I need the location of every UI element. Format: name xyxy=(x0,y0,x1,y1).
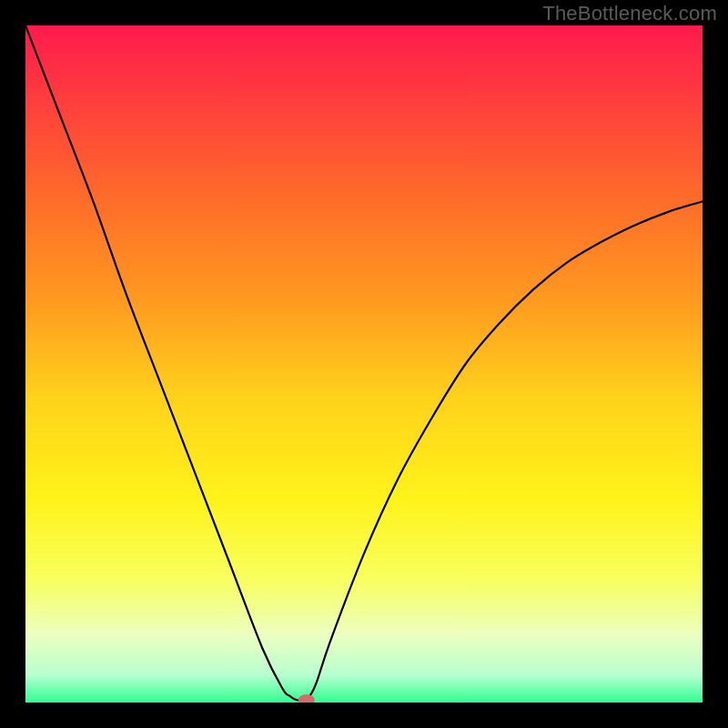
watermark-text: TheBottleneck.com xyxy=(542,2,717,25)
chart-frame: TheBottleneck.com xyxy=(0,0,728,728)
gradient-background xyxy=(25,25,703,703)
chart-svg xyxy=(25,25,703,703)
plot-area xyxy=(25,25,703,703)
